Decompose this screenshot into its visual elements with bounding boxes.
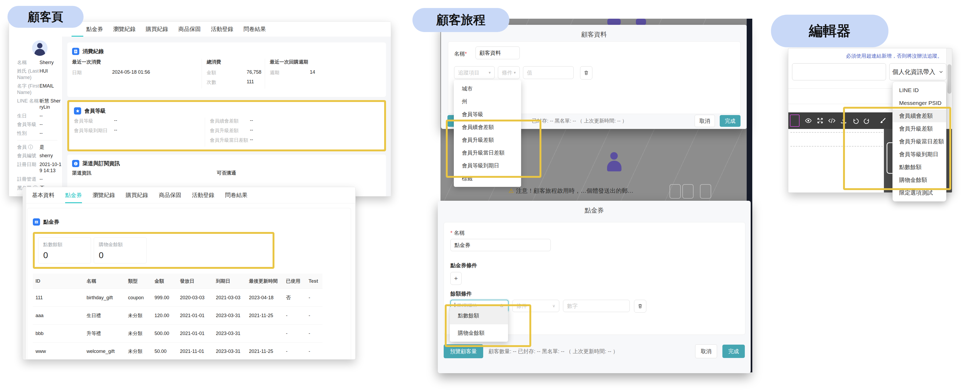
value-input[interactable]: 值 <box>523 66 574 79</box>
tab-商品保固[interactable]: 商品保固 <box>159 187 181 203</box>
table-cell: 2023-03-31 <box>213 307 246 325</box>
points-coupon-card: 點金券 點數餘額0購物金餘額0 ID名稱類型金額發放日到期日最後更新時間已使用T… <box>27 208 351 360</box>
stat-row: 次數111 <box>207 79 265 86</box>
modal-status-text: 已封存: -- 黑名單: -- （ 上次更新時間: -- ） <box>532 118 627 124</box>
preview-customers-button[interactable]: 預覽顧客量 <box>444 344 483 358</box>
cancel-button[interactable]: 取消 <box>695 344 717 358</box>
redo-icon[interactable] <box>862 116 872 126</box>
selected-tool-indicator[interactable] <box>790 115 800 127</box>
info-icon <box>72 160 79 167</box>
menu-item-LINE ID[interactable]: LINE ID <box>893 84 946 97</box>
dropdown-option-點數餘額[interactable]: 點數餘額 <box>450 307 508 324</box>
menu-item-會員升級差額[interactable]: 會員升級差額 <box>893 122 946 135</box>
balance-value: 0 <box>99 250 146 260</box>
coupon-condition-label: 點金券條件 <box>450 262 477 269</box>
dropdown-option-城市[interactable]: 城市 <box>454 82 521 95</box>
editor-input[interactable] <box>792 63 886 80</box>
profile-label: 生日 <box>17 113 40 119</box>
chevron-down-icon <box>939 69 943 74</box>
table-cell: 2021-03-03 <box>213 289 246 307</box>
balance-condition-label: 餘額條件 <box>450 290 472 298</box>
menu-item-購物金餘額[interactable]: 購物金餘額 <box>893 174 946 186</box>
clipboard-icon <box>72 48 79 55</box>
profile-label: 會員等級 <box>17 121 40 127</box>
dropdown-option-會員等級[interactable]: 會員等級 <box>454 108 521 121</box>
name-field-label: * 名稱 <box>450 229 465 237</box>
expand-icon[interactable] <box>815 116 825 126</box>
dropdown-option-標籤[interactable]: 標籤 <box>454 172 521 185</box>
tab-商品保固[interactable]: 商品保固 <box>178 22 201 37</box>
tab-點金券[interactable]: 點金券 <box>65 187 82 203</box>
tab-問卷結果[interactable]: 問卷結果 <box>225 187 247 203</box>
table-cell: welcome_gift <box>84 342 125 360</box>
stat-row: 會員升級差額-- <box>210 127 327 134</box>
condition-select[interactable]: 條件▾ <box>498 66 520 79</box>
menu-item-會員升級當日差額[interactable]: 會員升級當日差額 <box>893 135 946 148</box>
balance-highlight-box: 點數餘額0購物金餘額0 <box>33 232 274 269</box>
stat-value: -- <box>250 127 253 134</box>
dropdown-option-會員升級差額[interactable]: 會員升級差額 <box>454 134 521 146</box>
cancel-button[interactable]: 取消 <box>695 115 715 127</box>
dropdown-option-購物金餘額[interactable]: 購物金餘額 <box>450 324 508 342</box>
tab-活動登錄[interactable]: 活動登錄 <box>192 187 214 203</box>
dropdown-option-會員續會差額[interactable]: 會員續會差額 <box>454 121 521 134</box>
table-cell: 50.00 <box>152 342 177 360</box>
profile-value: -- <box>40 121 43 127</box>
column-header-金額: 金額 <box>152 274 177 289</box>
tab-點金券[interactable]: 點金券 <box>86 22 103 37</box>
menu-item-Messenger PSID[interactable]: Messenger PSID <box>893 97 946 110</box>
condition-select[interactable]: 條件∨ <box>512 300 559 312</box>
window-scroll-strip[interactable] <box>23 187 26 359</box>
profile-label: 姓氏 (Last Name) <box>17 68 40 81</box>
table-row[interactable]: 111birthday_giftcoupon999.002020-03-0320… <box>33 289 323 307</box>
tab-購買紀錄[interactable]: 購買紀錄 <box>126 187 148 203</box>
tab-瀏覽紀錄[interactable]: 瀏覽紀錄 <box>113 22 135 37</box>
table-row[interactable]: bbb升等禮未分類500.002021-01-012023-03-31-- <box>33 325 323 342</box>
journey-node-icon <box>636 19 646 25</box>
confirm-button[interactable]: 完成 <box>722 345 745 358</box>
confirm-button[interactable]: 完成 <box>720 115 741 127</box>
menu-item-限定選項測試[interactable]: 限定選項測試 <box>893 186 946 199</box>
dropdown-option-會員等級到期日[interactable]: 會員等級到期日 <box>454 159 521 172</box>
membership-highlight-box: 會員等級 會員等級--會員等級到期日--會員續會差額--會員升級差額--會員升級… <box>67 100 386 151</box>
tab-活動登錄[interactable]: 活動登錄 <box>211 22 233 37</box>
tab-瀏覽紀錄[interactable]: 瀏覽紀錄 <box>92 187 115 203</box>
chevron-down-icon: ▾ <box>488 70 491 75</box>
table-row[interactable]: wwwwelcome_gift未分類50.002021-11-012023-03… <box>33 342 323 360</box>
tab-問卷結果[interactable]: 問卷結果 <box>243 22 266 37</box>
table-cell: 2023-03-31 <box>213 342 246 360</box>
name-input[interactable]: 點金券 <box>450 239 551 251</box>
tab-購買紀錄[interactable]: 購買紀錄 <box>146 22 168 37</box>
table-cell: 未分類 <box>125 307 152 325</box>
trash-icon <box>584 70 589 76</box>
number-input[interactable]: 數字 <box>563 300 630 312</box>
table-cell: - <box>283 342 306 360</box>
delete-condition-button[interactable] <box>634 300 646 313</box>
canvas-dashed-line <box>791 146 891 146</box>
name-input[interactable]: 顧客資料 <box>476 46 520 59</box>
membership-column: 會員續會差額--會員升級差額--會員升級當日差額-- <box>205 118 327 146</box>
stat-label: 金額 <box>207 69 247 76</box>
profile-row: 註冊日期2021-10-19 14:13 <box>17 161 62 174</box>
brush-icon[interactable] <box>878 116 888 126</box>
add-condition-button[interactable]: + <box>450 272 461 285</box>
customer-page-content: 消費紀錄 最近一次消費日期2024-05-18 01:56總消費金額76,758… <box>62 37 391 196</box>
undo-icon[interactable] <box>850 116 861 126</box>
stat-row: 日期2024-05-18 01:56 <box>72 69 202 76</box>
delete-condition-button[interactable] <box>580 66 592 80</box>
menu-item-會員等級到期日[interactable]: 會員等級到期日 <box>893 148 946 161</box>
chevron-down-icon: ∨ <box>552 304 555 308</box>
stat-row: 週期14 <box>270 69 386 76</box>
eye-icon[interactable] <box>803 116 813 126</box>
dropdown-option-會員升級當日差額[interactable]: 會員升級當日差額 <box>454 146 521 159</box>
menu-item-點數餘額[interactable]: 點數餘額 <box>893 161 946 174</box>
menu-item-會員續會差額[interactable]: 會員續會差額 <box>893 110 946 122</box>
dropdown-option-州[interactable]: 州 <box>454 95 521 108</box>
table-row[interactable]: aaa生日禮未分類120.002021-01-012023-03-312021-… <box>33 307 323 325</box>
download-icon[interactable] <box>838 116 849 126</box>
table-cell: 111 <box>33 289 84 307</box>
personalize-info-button[interactable]: 個人化資訊帶入 <box>889 63 947 80</box>
tracking-item-select[interactable]: 追蹤項目▾ <box>454 66 495 79</box>
tab-基本資料[interactable]: 基本資料 <box>32 187 54 203</box>
code-icon[interactable] <box>827 116 837 126</box>
